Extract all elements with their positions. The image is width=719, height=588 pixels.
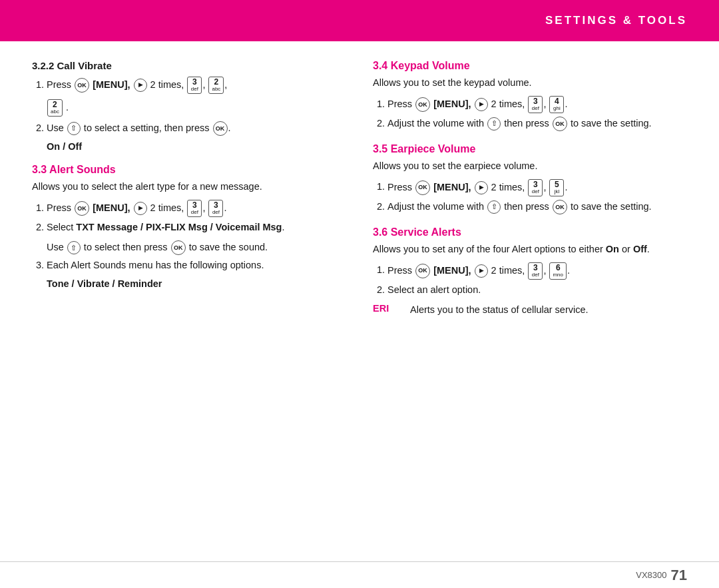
key-3def: 3def xyxy=(187,200,202,217)
ok-button: OK xyxy=(415,264,430,278)
footer-text: VX8300 71 xyxy=(636,567,687,584)
list-item: Select an alert option. xyxy=(387,282,687,298)
ok-button: OK xyxy=(553,117,567,131)
main-content: 3.2.2 Call Vibrate Press OK [MENU], ▸ 2 … xyxy=(0,41,719,561)
ok-button: OK xyxy=(171,240,186,255)
section-35-desc: Allows you to set the earpiece volume. xyxy=(373,159,687,174)
tone-vibrate-label: Tone / Vibrate / Reminder xyxy=(47,278,346,289)
page: SETTINGS & TOOLS 3.2.2 Call Vibrate Pres… xyxy=(0,0,719,588)
section-35-title: 3.5 Earpiece Volume xyxy=(373,143,687,155)
section-322-steps: Press OK [MENU], ▸ 2 times, 3def, 2abc, xyxy=(32,77,346,94)
ok-button: OK xyxy=(553,200,567,214)
nav-right-button: ▸ xyxy=(134,79,147,92)
section-33: 3.3 Alert Sounds Allows you to select th… xyxy=(32,164,346,289)
section-36-steps: Press OK [MENU], ▸ 2 times, 3def, 6mno. … xyxy=(373,262,687,298)
section-34-desc: Allows you to set the keypad volume. xyxy=(373,76,687,91)
list-item: Use ⇧ to select a setting, then press OK… xyxy=(47,121,346,136)
on-off-label: On / Off xyxy=(47,141,346,152)
eri-row: ERI Alerts you to the status of cellular… xyxy=(373,303,687,318)
section-33-steps-3: Each Alert Sounds menu has the following… xyxy=(32,258,346,273)
key-3def: 3def xyxy=(528,96,543,113)
footer-model: VX8300 xyxy=(636,570,666,580)
eri-desc: Alerts you to the status of cellular ser… xyxy=(410,303,589,318)
list-item: Press OK [MENU], ▸ 2 times, 3def, 4ghi. xyxy=(387,96,687,113)
key-2abc-1: 2abc xyxy=(208,77,224,94)
section-33-desc: Allows you to select the alert type for … xyxy=(32,180,346,194)
section-33-steps: Press OK [MENU], ▸ 2 times, 3def, 3def. … xyxy=(32,200,346,235)
footer: VX8300 71 xyxy=(0,561,719,588)
ok-button: OK xyxy=(213,121,228,136)
section-322: 3.2.2 Call Vibrate Press OK [MENU], ▸ 2 … xyxy=(32,60,346,157)
list-item: Select TXT Message / PIX-FLIX Msg / Voic… xyxy=(47,220,346,235)
section-34: 3.4 Keypad Volume Allows you to set the … xyxy=(373,60,687,137)
scroll-button: ⇧ xyxy=(67,241,81,254)
header-banner: SETTINGS & TOOLS xyxy=(0,0,719,41)
list-item: Press OK [MENU], ▸ 2 times, 3def, 2abc, xyxy=(47,77,346,94)
eri-label: ERI xyxy=(373,303,399,318)
scroll-button: ⇧ xyxy=(487,200,501,214)
section-36-desc: Allows you to set any of the four Alert … xyxy=(373,242,687,257)
section-33-title: 3.3 Alert Sounds xyxy=(32,164,346,176)
scroll-button: ⇧ xyxy=(67,122,81,135)
key-4ghi: 4ghi xyxy=(549,96,564,113)
key-3def: 3def xyxy=(187,77,202,94)
nav-right-button: ▸ xyxy=(134,202,147,215)
list-item: Press OK [MENU], ▸ 2 times, 3def, 3def. xyxy=(47,200,346,217)
footer-page: 71 xyxy=(671,567,687,584)
key-3def-2: 3def xyxy=(208,200,223,217)
key-2abc-2: 2abc xyxy=(47,99,63,117)
ok-button: OK xyxy=(75,201,89,216)
section-34-title: 3.4 Keypad Volume xyxy=(373,60,687,72)
list-item: Each Alert Sounds menu has the following… xyxy=(47,258,346,273)
list-item: Press OK [MENU], ▸ 2 times, 3def, 5jkl. xyxy=(387,179,687,196)
left-column: 3.2.2 Call Vibrate Press OK [MENU], ▸ 2 … xyxy=(32,60,346,543)
header-title: SETTINGS & TOOLS xyxy=(545,14,687,27)
section-322-title: 3.2.2 Call Vibrate xyxy=(32,60,346,71)
key-6mno: 6mno xyxy=(549,262,567,280)
alert-sounds-subtext: Use ⇧ to select then press OK to save th… xyxy=(47,240,346,255)
key-2abc-row: 2abc . xyxy=(47,99,346,117)
list-item: Press OK [MENU], ▸ 2 times, 3def, 6mno. xyxy=(387,262,687,280)
key-3def: 3def xyxy=(528,179,543,196)
ok-button: OK xyxy=(75,78,89,93)
list-item: Adjust the volume with ⇧ then press OK t… xyxy=(387,116,687,131)
scroll-button: ⇧ xyxy=(487,117,501,131)
nav-right-button: ▸ xyxy=(475,98,488,111)
nav-right-button: ▸ xyxy=(475,264,488,278)
section-35-steps: Press OK [MENU], ▸ 2 times, 3def, 5jkl. … xyxy=(373,179,687,214)
section-34-steps: Press OK [MENU], ▸ 2 times, 3def, 4ghi. … xyxy=(373,96,687,131)
key-5jkl: 5jkl xyxy=(549,179,564,196)
list-item: Adjust the volume with ⇧ then press OK t… xyxy=(387,199,687,214)
section-322-steps-2: Use ⇧ to select a setting, then press OK… xyxy=(32,121,346,136)
section-35: 3.5 Earpiece Volume Allows you to set th… xyxy=(373,143,687,220)
right-column: 3.4 Keypad Volume Allows you to set the … xyxy=(373,60,687,543)
ok-button: OK xyxy=(415,180,430,195)
section-36-title: 3.6 Service Alerts xyxy=(373,226,687,238)
section-36: 3.6 Service Alerts Allows you to set any… xyxy=(373,226,687,318)
nav-right-button: ▸ xyxy=(475,181,488,194)
ok-button: OK xyxy=(415,97,430,112)
key-3def: 3def xyxy=(528,262,543,280)
